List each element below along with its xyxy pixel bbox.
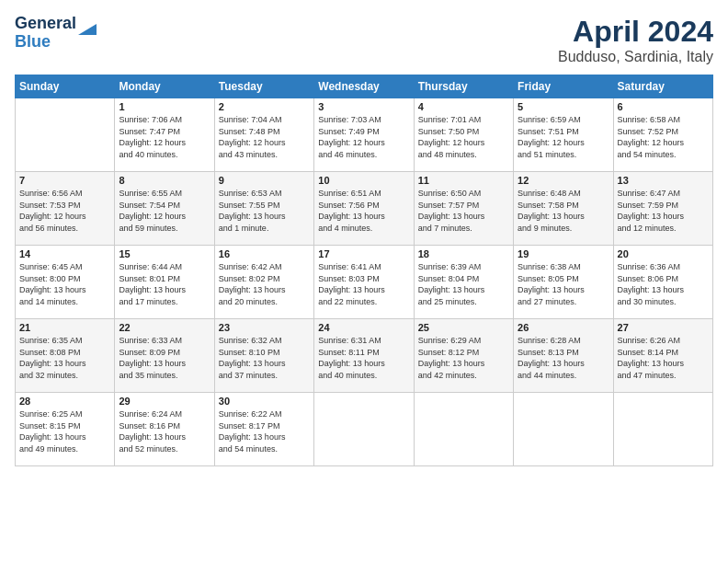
day-number: 1 — [119, 101, 210, 112]
day-info: Sunrise: 6:45 AM Sunset: 8:00 PM Dayligh… — [19, 261, 110, 307]
day-info: Sunrise: 6:50 AM Sunset: 7:57 PM Dayligh… — [418, 188, 509, 234]
weekday-header: Saturday — [613, 75, 712, 98]
logo-icon — [78, 24, 97, 35]
day-info: Sunrise: 6:48 AM Sunset: 7:58 PM Dayligh… — [518, 188, 609, 234]
day-number: 10 — [318, 175, 409, 186]
calendar-cell: 17Sunrise: 6:41 AM Sunset: 8:03 PM Dayli… — [314, 246, 414, 319]
day-number: 19 — [518, 248, 609, 259]
logo-line1: General — [15, 14, 76, 32]
calendar-cell: 28Sunrise: 6:25 AM Sunset: 8:15 PM Dayli… — [16, 393, 115, 466]
calendar-cell: 4Sunrise: 7:01 AM Sunset: 7:50 PM Daylig… — [414, 98, 513, 172]
calendar-cell: 20Sunrise: 6:36 AM Sunset: 8:06 PM Dayli… — [613, 246, 712, 319]
logo-line2: Blue — [15, 32, 51, 51]
day-info: Sunrise: 6:33 AM Sunset: 8:09 PM Dayligh… — [119, 335, 210, 381]
logo-text: General Blue — [15, 15, 76, 52]
calendar-table: SundayMondayTuesdayWednesdayThursdayFrid… — [15, 75, 713, 466]
day-number: 9 — [219, 175, 310, 186]
calendar-week-row: 21Sunrise: 6:35 AM Sunset: 8:08 PM Dayli… — [16, 319, 713, 393]
calendar-cell: 19Sunrise: 6:38 AM Sunset: 8:05 PM Dayli… — [514, 246, 613, 319]
calendar-cell — [613, 393, 712, 466]
day-number: 26 — [518, 322, 609, 333]
day-number: 25 — [418, 322, 509, 333]
day-info: Sunrise: 6:32 AM Sunset: 8:10 PM Dayligh… — [219, 335, 310, 381]
day-number: 13 — [618, 175, 709, 186]
weekday-header: Friday — [514, 75, 613, 98]
calendar-cell: 6Sunrise: 6:58 AM Sunset: 7:52 PM Daylig… — [613, 98, 712, 172]
day-number: 15 — [119, 248, 210, 259]
day-number: 20 — [618, 248, 709, 259]
day-info: Sunrise: 6:41 AM Sunset: 8:03 PM Dayligh… — [318, 261, 409, 307]
day-number: 28 — [19, 396, 110, 407]
day-number: 17 — [318, 248, 409, 259]
calendar-cell: 27Sunrise: 6:26 AM Sunset: 8:14 PM Dayli… — [613, 319, 712, 393]
calendar-cell: 11Sunrise: 6:50 AM Sunset: 7:57 PM Dayli… — [414, 172, 513, 246]
day-info: Sunrise: 6:26 AM Sunset: 8:14 PM Dayligh… — [618, 335, 709, 381]
calendar-cell — [414, 393, 513, 466]
day-info: Sunrise: 6:22 AM Sunset: 8:17 PM Dayligh… — [219, 408, 310, 454]
day-number: 24 — [318, 322, 409, 333]
day-number: 2 — [219, 101, 310, 112]
day-info: Sunrise: 6:47 AM Sunset: 7:59 PM Dayligh… — [618, 188, 709, 234]
day-info: Sunrise: 6:38 AM Sunset: 8:05 PM Dayligh… — [518, 261, 609, 307]
calendar-cell: 22Sunrise: 6:33 AM Sunset: 8:09 PM Dayli… — [115, 319, 214, 393]
day-number: 27 — [618, 322, 709, 333]
page: General Blue April 2024 Budduso, Sardini… — [0, 0, 728, 563]
weekday-header: Sunday — [16, 75, 115, 98]
day-info: Sunrise: 6:24 AM Sunset: 8:16 PM Dayligh… — [119, 408, 210, 454]
day-info: Sunrise: 6:28 AM Sunset: 8:13 PM Dayligh… — [518, 335, 609, 381]
svg-marker-0 — [78, 24, 97, 35]
calendar-cell: 8Sunrise: 6:55 AM Sunset: 7:54 PM Daylig… — [115, 172, 214, 246]
month-title: April 2024 — [558, 15, 713, 49]
weekday-header: Thursday — [414, 75, 513, 98]
day-number: 4 — [418, 101, 509, 112]
day-info: Sunrise: 7:01 AM Sunset: 7:50 PM Dayligh… — [418, 114, 509, 160]
calendar-cell: 15Sunrise: 6:44 AM Sunset: 8:01 PM Dayli… — [115, 246, 214, 319]
day-info: Sunrise: 6:58 AM Sunset: 7:52 PM Dayligh… — [618, 114, 709, 160]
calendar-header-row: SundayMondayTuesdayWednesdayThursdayFrid… — [16, 75, 713, 98]
day-number: 7 — [19, 175, 110, 186]
day-number: 14 — [19, 248, 110, 259]
day-number: 3 — [318, 101, 409, 112]
day-info: Sunrise: 7:03 AM Sunset: 7:49 PM Dayligh… — [318, 114, 409, 160]
day-number: 6 — [618, 101, 709, 112]
calendar-cell — [314, 393, 414, 466]
calendar-week-row: 1Sunrise: 7:06 AM Sunset: 7:47 PM Daylig… — [16, 98, 713, 172]
day-info: Sunrise: 6:31 AM Sunset: 8:11 PM Dayligh… — [318, 335, 409, 381]
weekday-header: Wednesday — [314, 75, 414, 98]
calendar-cell: 10Sunrise: 6:51 AM Sunset: 7:56 PM Dayli… — [314, 172, 414, 246]
calendar-cell: 29Sunrise: 6:24 AM Sunset: 8:16 PM Dayli… — [115, 393, 214, 466]
calendar-cell: 1Sunrise: 7:06 AM Sunset: 7:47 PM Daylig… — [115, 98, 214, 172]
calendar-cell: 21Sunrise: 6:35 AM Sunset: 8:08 PM Dayli… — [16, 319, 115, 393]
calendar-cell: 25Sunrise: 6:29 AM Sunset: 8:12 PM Dayli… — [414, 319, 513, 393]
day-number: 30 — [219, 396, 310, 407]
calendar-cell: 5Sunrise: 6:59 AM Sunset: 7:51 PM Daylig… — [514, 98, 613, 172]
calendar-cell: 14Sunrise: 6:45 AM Sunset: 8:00 PM Dayli… — [16, 246, 115, 319]
calendar-cell: 26Sunrise: 6:28 AM Sunset: 8:13 PM Dayli… — [514, 319, 613, 393]
day-info: Sunrise: 6:39 AM Sunset: 8:04 PM Dayligh… — [418, 261, 509, 307]
day-number: 5 — [518, 101, 609, 112]
day-number: 16 — [219, 248, 310, 259]
calendar-cell: 3Sunrise: 7:03 AM Sunset: 7:49 PM Daylig… — [314, 98, 414, 172]
day-number: 8 — [119, 175, 210, 186]
calendar-cell: 24Sunrise: 6:31 AM Sunset: 8:11 PM Dayli… — [314, 319, 414, 393]
calendar-cell: 12Sunrise: 6:48 AM Sunset: 7:58 PM Dayli… — [514, 172, 613, 246]
calendar-cell: 23Sunrise: 6:32 AM Sunset: 8:10 PM Dayli… — [214, 319, 313, 393]
day-info: Sunrise: 6:55 AM Sunset: 7:54 PM Dayligh… — [119, 188, 210, 234]
day-info: Sunrise: 6:53 AM Sunset: 7:55 PM Dayligh… — [219, 188, 310, 234]
calendar-week-row: 28Sunrise: 6:25 AM Sunset: 8:15 PM Dayli… — [16, 393, 713, 466]
subtitle: Budduso, Sardinia, Italy — [558, 49, 713, 65]
day-info: Sunrise: 6:44 AM Sunset: 8:01 PM Dayligh… — [119, 261, 210, 307]
day-number: 23 — [219, 322, 310, 333]
day-info: Sunrise: 6:51 AM Sunset: 7:56 PM Dayligh… — [318, 188, 409, 234]
calendar-cell: 7Sunrise: 6:56 AM Sunset: 7:53 PM Daylig… — [16, 172, 115, 246]
day-info: Sunrise: 6:29 AM Sunset: 8:12 PM Dayligh… — [418, 335, 509, 381]
day-number: 21 — [19, 322, 110, 333]
header: General Blue April 2024 Budduso, Sardini… — [15, 15, 713, 65]
calendar-cell: 18Sunrise: 6:39 AM Sunset: 8:04 PM Dayli… — [414, 246, 513, 319]
day-info: Sunrise: 6:36 AM Sunset: 8:06 PM Dayligh… — [618, 261, 709, 307]
day-info: Sunrise: 6:59 AM Sunset: 7:51 PM Dayligh… — [518, 114, 609, 160]
day-number: 22 — [119, 322, 210, 333]
day-info: Sunrise: 6:25 AM Sunset: 8:15 PM Dayligh… — [19, 408, 110, 454]
day-number: 18 — [418, 248, 509, 259]
calendar-week-row: 14Sunrise: 6:45 AM Sunset: 8:00 PM Dayli… — [16, 246, 713, 319]
